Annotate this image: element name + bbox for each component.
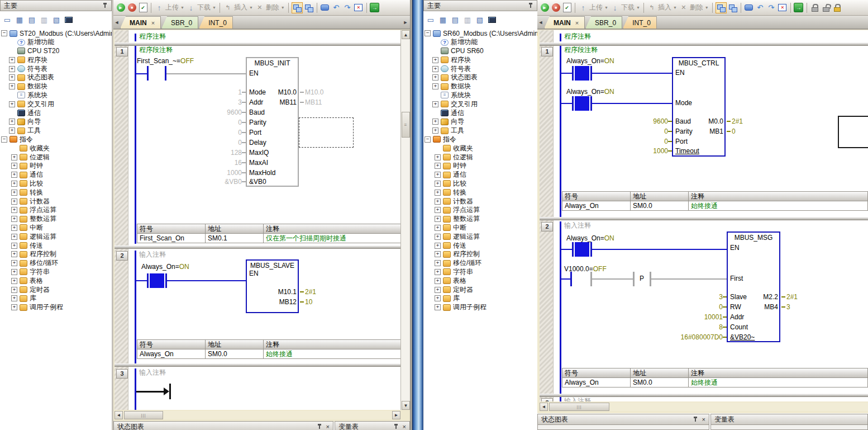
- expand-toggle-icon[interactable]: +: [11, 295, 17, 301]
- tree-item-shift-rotate[interactable]: +移位/循环: [0, 259, 112, 268]
- tree-item-program-control[interactable]: +程序控制: [423, 250, 537, 259]
- scroll-right-icon[interactable]: ►: [392, 411, 400, 419]
- expand-toggle-icon[interactable]: +: [9, 101, 15, 107]
- insert-label[interactable]: 插入: [658, 3, 671, 12]
- network-number[interactable]: 2: [541, 222, 553, 231]
- pin-value[interactable]: 3: [651, 293, 723, 301]
- tree-item-data-block[interactable]: +数据块: [0, 82, 112, 91]
- stop-button[interactable]: ■: [551, 2, 561, 13]
- address-cell[interactable]: SM0.0: [206, 349, 264, 358]
- expand-toggle-icon[interactable]: +: [435, 199, 441, 205]
- variable-table-panel-right[interactable]: 变量表: [710, 414, 868, 425]
- expand-toggle-icon[interactable]: +: [9, 66, 15, 72]
- network-number[interactable]: 1: [541, 47, 553, 56]
- pin-value[interactable]: 1000: [623, 147, 668, 155]
- address-cell[interactable]: SM0.0: [631, 378, 689, 387]
- pin-value[interactable]: 3: [193, 98, 242, 106]
- goto-button[interactable]: →: [794, 2, 804, 13]
- expand-toggle-icon[interactable]: +: [435, 181, 441, 187]
- prev-bookmark-button[interactable]: ↶: [755, 2, 765, 13]
- tab-main[interactable]: MAIN×: [544, 16, 585, 29]
- tree-item-system-block[interactable]: 系统块: [423, 91, 537, 100]
- bookmark-button[interactable]: [744, 2, 754, 13]
- tree-item-new-features[interactable]: 新增功能: [423, 38, 537, 47]
- close-icon[interactable]: ×: [326, 424, 330, 429]
- vscroll-thumb[interactable]: ≡: [402, 112, 410, 138]
- compile-button[interactable]: ✔: [138, 2, 148, 13]
- tab-sbr0[interactable]: SBR_0: [161, 16, 198, 29]
- tree-item-table[interactable]: +表格: [0, 276, 112, 285]
- hscroll-thumb[interactable]: |||: [124, 411, 163, 419]
- lock-button[interactable]: [810, 2, 820, 13]
- pin-value[interactable]: 16: [193, 159, 242, 167]
- col-header[interactable]: 地址: [206, 340, 264, 349]
- expand-toggle-icon[interactable]: +: [9, 57, 15, 63]
- goto-button[interactable]: →: [370, 2, 380, 13]
- scroll-left-icon[interactable]: ◄: [115, 411, 123, 419]
- expand-toggle-icon[interactable]: +: [432, 119, 438, 125]
- col-header[interactable]: 注释: [689, 192, 867, 201]
- tree-item-timers[interactable]: +定时器: [423, 285, 537, 294]
- comment-cell[interactable]: 仅在第一个扫描周期时接通: [264, 234, 400, 243]
- download-dropdown-icon[interactable]: ▼: [636, 6, 640, 10]
- unlock-button[interactable]: [821, 2, 831, 13]
- pin-out-value[interactable]: 0: [732, 127, 736, 135]
- pin-out-value[interactable]: M10.0: [305, 88, 323, 96]
- expand-toggle-icon[interactable]: +: [435, 234, 441, 240]
- expand-toggle-icon[interactable]: +: [435, 190, 441, 196]
- download-label[interactable]: 下载: [621, 3, 635, 12]
- clear-bookmarks-button[interactable]: ✕: [778, 2, 788, 13]
- pin-icon[interactable]: [393, 424, 399, 429]
- expand-toggle-icon[interactable]: +: [435, 172, 441, 178]
- network-title[interactable]: 输入注释: [139, 368, 166, 376]
- expand-toggle-icon[interactable]: +: [432, 101, 438, 107]
- tree-item-table[interactable]: +表格: [423, 276, 537, 285]
- tree-item-clock[interactable]: +时钟: [0, 162, 112, 171]
- network-number[interactable]: 2: [116, 251, 128, 261]
- expand-toggle-icon[interactable]: +: [11, 287, 17, 293]
- comm-view-icon[interactable]: [486, 14, 498, 25]
- tree-item-wizard[interactable]: +向导: [0, 117, 112, 126]
- run-button[interactable]: ▶: [540, 2, 550, 13]
- pin-out-value[interactable]: 2#1: [786, 293, 798, 301]
- tree-item-string[interactable]: +字符串: [0, 268, 112, 277]
- bookmark-button[interactable]: [320, 2, 330, 13]
- expand-toggle-icon[interactable]: +: [435, 243, 441, 249]
- tree-item-libraries[interactable]: +库: [0, 294, 112, 303]
- tree-item-counters[interactable]: +计数器: [0, 197, 112, 206]
- run-button[interactable]: ▶: [116, 2, 126, 13]
- clear-bookmarks-button[interactable]: ✕: [354, 2, 364, 13]
- close-tab-icon[interactable]: ×: [575, 20, 579, 26]
- pin-icon[interactable]: [528, 3, 533, 8]
- tree-item-cpu[interactable]: CPU SR60: [423, 47, 537, 56]
- comment-cell[interactable]: 始终接通: [689, 378, 867, 387]
- insert-button[interactable]: ↰: [647, 2, 657, 13]
- network-title[interactable]: 输入注释: [139, 251, 166, 258]
- tab-sbr0[interactable]: SBR_0: [585, 16, 622, 29]
- tree-item-symbol-table[interactable]: +符号表: [0, 64, 112, 73]
- tree-item-favorites[interactable]: 收藏夹: [0, 144, 112, 153]
- upload-dropdown-icon[interactable]: ▼: [180, 6, 184, 10]
- tree-item-convert[interactable]: +转换: [423, 188, 537, 197]
- expand-toggle-icon[interactable]: +: [435, 225, 441, 231]
- col-header[interactable]: 地址: [631, 368, 689, 377]
- project-view-icon[interactable]: ▭: [425, 14, 437, 25]
- stop-button[interactable]: ■: [127, 2, 137, 13]
- tree-item-status-chart[interactable]: +状态图表: [0, 73, 112, 82]
- pin-out-value[interactable]: 10: [305, 298, 312, 306]
- expand-toggle-icon[interactable]: +: [435, 260, 441, 266]
- scroll-up-icon[interactable]: ▲: [402, 30, 410, 39]
- tree-item-data-block[interactable]: +数据块: [423, 82, 537, 91]
- network-title[interactable]: 输入注释: [564, 397, 591, 401]
- status-view-icon[interactable]: ▤: [449, 14, 461, 25]
- expand-toggle-icon[interactable]: +: [11, 269, 17, 275]
- project-view-icon[interactable]: ▭: [1, 14, 13, 25]
- symbol-cell[interactable]: First_Scan_On: [137, 234, 206, 243]
- tree-item-bit-logic[interactable]: +位逻辑: [0, 153, 112, 162]
- upload-dropdown-icon[interactable]: ▼: [604, 6, 608, 10]
- scroll-down-icon[interactable]: ▼: [402, 401, 410, 410]
- next-bookmark-button[interactable]: ↷: [342, 2, 352, 13]
- expand-toggle-icon[interactable]: +: [435, 207, 441, 213]
- download-label[interactable]: 下载: [197, 3, 211, 12]
- tree-item-call-subroutine[interactable]: +调用子例程: [423, 303, 537, 312]
